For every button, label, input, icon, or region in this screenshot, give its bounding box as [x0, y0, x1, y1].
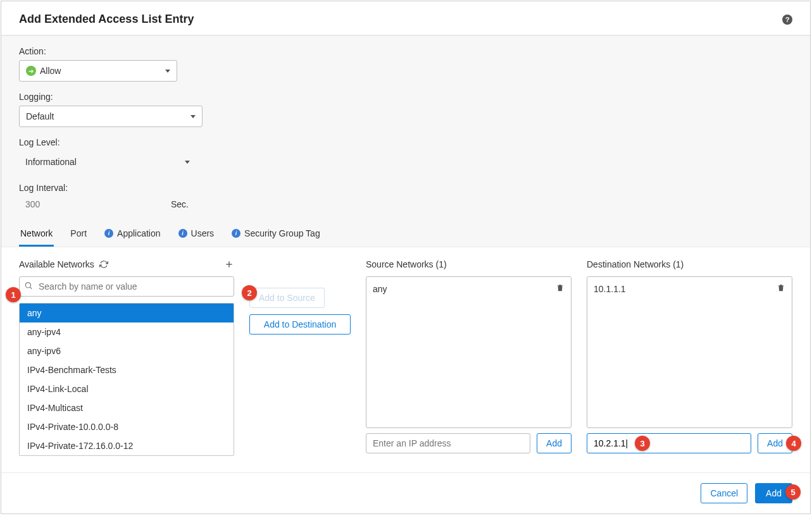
- tab-sgt[interactable]: iSecurity Group Tag: [230, 222, 322, 247]
- available-networks-list[interactable]: anyany-ipv4any-ipv6IPv4-Benchmark-TestsI…: [19, 303, 234, 456]
- source-ip-input[interactable]: [366, 433, 530, 453]
- logging-value: Default: [26, 111, 54, 121]
- destination-networks-title: Destination Networks (1): [587, 259, 684, 269]
- list-item[interactable]: IPv4-Private-172.16.0.0-12: [20, 436, 234, 455]
- tab-network[interactable]: Network: [19, 222, 54, 247]
- net-item: 10.1.1.1: [594, 282, 785, 295]
- list-item[interactable]: IPv4-Private-10.0.0.0-8: [20, 417, 234, 436]
- info-icon: i: [178, 229, 187, 238]
- log-level-select[interactable]: Informational: [19, 151, 196, 173]
- log-interval-input[interactable]: [19, 197, 171, 212]
- cancel-button[interactable]: Cancel: [701, 483, 747, 503]
- action-value: Allow: [40, 66, 61, 76]
- annotation-badge-5: 5: [785, 484, 801, 500]
- destination-ip-input[interactable]: [587, 433, 751, 453]
- chevron-down-icon: [185, 161, 190, 164]
- source-networks-box: any: [366, 276, 572, 428]
- add-network-icon[interactable]: [224, 259, 234, 269]
- log-interval-label: Log Interval:: [19, 183, 792, 193]
- chevron-down-icon: [191, 115, 196, 118]
- content: Available Networks anyany-ipv4any-ipv6IP…: [1, 247, 810, 472]
- annotation-badge-2: 2: [242, 285, 257, 300]
- allow-icon: ➔: [26, 66, 36, 76]
- transfer-buttons-column: Add to Source 2 Add to Destination: [249, 257, 351, 462]
- list-item[interactable]: any-ipv6: [20, 341, 234, 360]
- delete-icon[interactable]: [777, 283, 785, 294]
- add-to-destination-button[interactable]: Add to Destination: [249, 314, 351, 335]
- dialog-header: Add Extended Access List Entry ?: [1, 1, 810, 35]
- svg-point-2: [25, 283, 30, 288]
- tabs: Network Port iApplication iUsers iSecuri…: [19, 222, 792, 247]
- action-select[interactable]: ➔ Allow: [19, 60, 177, 82]
- logging-select[interactable]: Default: [19, 106, 203, 127]
- tab-application[interactable]: iApplication: [103, 222, 162, 247]
- tab-port[interactable]: Port: [69, 222, 88, 247]
- list-item[interactable]: IPv4-Benchmark-Tests: [20, 360, 234, 379]
- action-label: Action:: [19, 46, 792, 56]
- list-item[interactable]: IPv4-Multicast: [20, 398, 234, 417]
- search-icon: [24, 281, 33, 292]
- search-input[interactable]: [19, 276, 234, 297]
- svg-line-3: [30, 287, 32, 289]
- dialog-title: Add Extended Access List Entry: [19, 13, 194, 26]
- tab-users[interactable]: iUsers: [177, 222, 216, 247]
- available-networks-title: Available Networks: [19, 259, 94, 269]
- annotation-badge-1: 1: [6, 287, 21, 302]
- footer: Cancel Add 5: [1, 472, 810, 513]
- annotation-badge-3: 3: [635, 436, 650, 451]
- source-networks-column: Source Networks (1) any Add: [366, 257, 572, 462]
- help-icon[interactable]: ?: [782, 15, 792, 25]
- log-level-value: Informational: [25, 157, 77, 167]
- dialog: Add Extended Access List Entry ? Action:…: [1, 1, 811, 514]
- chevron-down-icon: [165, 70, 170, 73]
- list-item[interactable]: any-ipv4: [20, 322, 234, 341]
- source-networks-title: Source Networks (1): [366, 259, 447, 269]
- logging-label: Logging:: [19, 92, 792, 102]
- log-level-label: Log Level:: [19, 137, 792, 147]
- add-to-source-button[interactable]: Add to Source: [249, 288, 325, 308]
- destination-networks-column: Destination Networks (1) 10.1.1.1 3 Add …: [587, 257, 792, 462]
- refresh-icon[interactable]: [99, 260, 108, 269]
- net-item: any: [373, 282, 565, 295]
- form-section: Action: ➔ Allow Logging: Default Log Lev…: [1, 35, 810, 247]
- annotation-badge-4: 4: [786, 436, 801, 451]
- list-item[interactable]: any: [20, 304, 234, 322]
- info-icon: i: [232, 229, 240, 238]
- source-add-button[interactable]: Add: [537, 433, 572, 453]
- log-interval-unit: Sec.: [171, 199, 189, 209]
- list-item[interactable]: IPv4-Link-Local: [20, 379, 234, 398]
- available-networks-column: Available Networks anyany-ipv4any-ipv6IP…: [19, 257, 234, 462]
- destination-networks-box: 10.1.1.1: [587, 276, 792, 428]
- delete-icon[interactable]: [556, 283, 565, 294]
- info-icon: i: [104, 229, 113, 238]
